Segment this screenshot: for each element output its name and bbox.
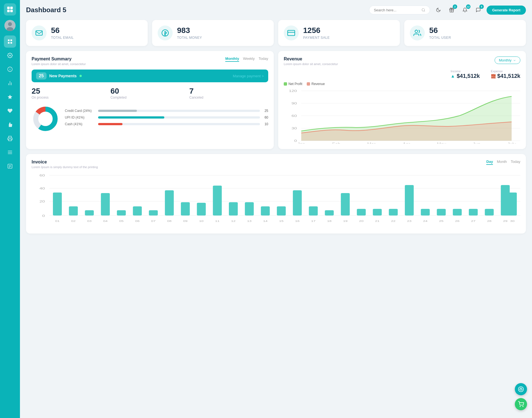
svg-rect-10 — [11, 42, 12, 44]
svg-text:Jun: Jun — [473, 142, 480, 143]
expense-value: 🧱 $41,512k — [491, 73, 520, 79]
sidebar-item-info[interactable] — [4, 63, 16, 75]
payment-summary-tabs: Monthly Weekly Today — [225, 57, 268, 62]
sidebar-item-print[interactable] — [4, 132, 16, 145]
metric-num-completed: 60 — [111, 87, 190, 96]
svg-rect-80 — [373, 209, 382, 216]
sidebar-item-list[interactable] — [4, 160, 16, 172]
svg-point-23 — [422, 9, 424, 11]
svg-text:09: 09 — [183, 220, 188, 222]
legend-revenue: Revenue — [307, 82, 325, 86]
svg-rect-8 — [11, 40, 12, 41]
chat-button[interactable]: 5 — [473, 5, 483, 15]
chevron-down-icon — [513, 59, 516, 62]
stat-info-payment: 1256 PAYMENT SALE — [303, 26, 330, 40]
metric-label-process: On process — [32, 96, 111, 99]
stat-number-money: 983 — [177, 26, 202, 35]
expense-down-icon: 🧱 — [491, 74, 496, 78]
svg-text:120: 120 — [289, 89, 297, 93]
invoice-subtitle: Lorem Ipsum is simply dummy text of the … — [32, 165, 98, 169]
svg-rect-63 — [101, 193, 110, 216]
bell-button[interactable]: 12 — [460, 5, 470, 15]
tab-today[interactable]: Today — [259, 57, 268, 62]
new-payments-indicator — [80, 75, 82, 77]
svg-rect-71 — [229, 202, 238, 216]
svg-text:90: 90 — [291, 102, 297, 105]
svg-text:25: 25 — [439, 220, 444, 222]
dark-mode-button[interactable] — [433, 5, 443, 15]
sidebar-logo[interactable] — [4, 3, 16, 16]
tab-day[interactable]: Day — [486, 160, 493, 165]
svg-text:0: 0 — [42, 214, 45, 217]
svg-text:18: 18 — [327, 220, 331, 222]
progress-list: Credit Card (24%) 25 UPI ID (41%) 60 — [65, 109, 268, 129]
avatar[interactable] — [4, 20, 16, 31]
svg-text:60: 60 — [291, 114, 297, 117]
monthly-label: Monthly — [499, 58, 511, 62]
stat-label-payment: PAYMENT SALE — [303, 36, 330, 40]
sidebar-item-menu[interactable] — [4, 146, 16, 158]
payment-metrics: 25 On process 60 Completed 7 Canceled — [32, 87, 268, 99]
payment-bottom: Credit Card (24%) 25 UPI ID (41%) 60 — [32, 105, 268, 133]
sidebar-item-like[interactable] — [4, 119, 16, 131]
user-icon — [410, 25, 425, 40]
search-input[interactable] — [374, 8, 419, 12]
generate-report-button[interactable]: Generate Report — [487, 6, 526, 15]
net-profit-dot — [284, 82, 287, 86]
payment-summary-header: Payment Summary Lorem ipsum dolor sit am… — [32, 57, 268, 66]
svg-text:21: 21 — [375, 220, 380, 222]
revenue-monthly-dropdown[interactable]: Monthly — [495, 57, 520, 64]
support-fab[interactable] — [515, 383, 527, 395]
invoice-panel: Invoice Lorem Ipsum is simply dummy text… — [26, 154, 526, 234]
svg-rect-9 — [8, 42, 10, 44]
svg-text:16: 16 — [295, 220, 300, 222]
svg-point-5 — [8, 22, 12, 26]
sidebar-item-chart[interactable] — [4, 77, 16, 89]
svg-text:22: 22 — [391, 220, 395, 222]
new-payments-bar: 25 New Payments Manage payment > — [32, 70, 268, 82]
svg-text:27: 27 — [471, 220, 475, 222]
sidebar-item-dashboard[interactable] — [4, 35, 16, 48]
cart-fab[interactable] — [515, 398, 527, 410]
manage-payment-link[interactable]: Manage payment > — [233, 74, 264, 78]
stat-card-payment: 1256 PAYMENT SALE — [278, 20, 400, 46]
sidebar — [0, 0, 20, 418]
progress-bar-cash — [98, 123, 260, 125]
money-icon — [158, 25, 173, 40]
fab-container — [515, 383, 527, 410]
tab-month[interactable]: Month — [497, 160, 507, 165]
svg-rect-0 — [7, 7, 10, 9]
gift-button[interactable]: 2 — [447, 5, 457, 15]
header: Dashboard 5 — [26, 5, 526, 15]
svg-text:13: 13 — [247, 220, 252, 222]
progress-fill-cc — [98, 110, 137, 112]
tab-today[interactable]: Today — [511, 160, 520, 165]
stat-info-money: 983 TOTAL MONEY — [177, 26, 202, 40]
metric-num-canceled: 7 — [189, 87, 268, 96]
svg-text:10: 10 — [199, 220, 204, 222]
stat-info-user: 56 TOTAL USER — [429, 26, 451, 40]
payment-summary-subtitle: Lorem ipsum dolor sit amet, consectetur — [32, 62, 86, 66]
progress-bar-cc — [98, 110, 260, 112]
revenue-panel: Revenue Lorem ipsum dolor sit amet, cons… — [278, 51, 526, 149]
svg-rect-82 — [405, 185, 414, 216]
svg-rect-72 — [245, 202, 254, 216]
sidebar-item-star[interactable] — [4, 91, 16, 103]
invoice-tabs: Day Month Today — [486, 160, 520, 165]
svg-point-30 — [415, 30, 418, 33]
stat-card-email: 56 TOTAL EMAIL — [26, 20, 148, 46]
expense-amount: $41,512k — [497, 73, 520, 79]
sidebar-item-heart[interactable] — [4, 105, 16, 117]
svg-rect-67 — [165, 190, 174, 216]
svg-rect-86 — [469, 209, 478, 216]
income-up-icon: ▲ — [451, 74, 455, 79]
sidebar-item-settings[interactable] — [4, 49, 16, 61]
page-title: Dashboard 5 — [26, 6, 66, 14]
svg-rect-81 — [389, 209, 398, 216]
svg-text:07: 07 — [151, 220, 155, 222]
svg-text:19: 19 — [343, 220, 347, 222]
tab-monthly[interactable]: Monthly — [225, 57, 239, 62]
svg-text:Apr: Apr — [403, 142, 410, 143]
tab-weekly[interactable]: Weekly — [243, 57, 255, 62]
search-box[interactable] — [369, 6, 430, 14]
